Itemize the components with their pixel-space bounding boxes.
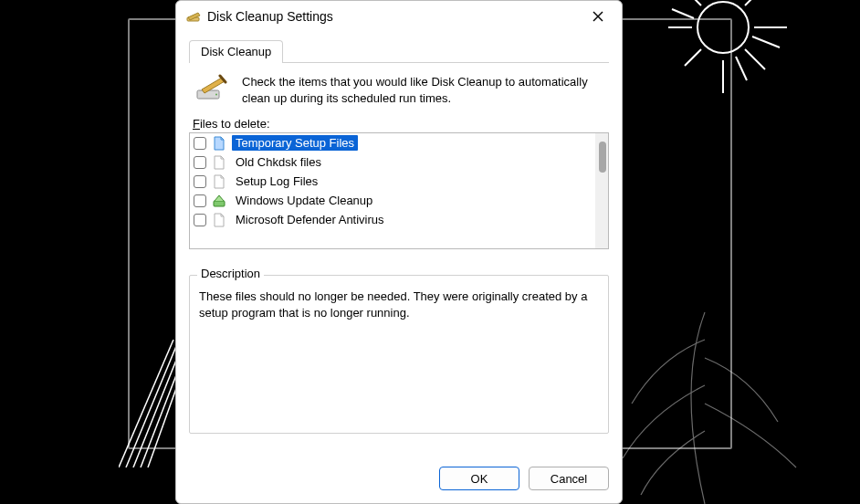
item-label: Old Chkdsk files xyxy=(232,154,325,170)
description-group: Description These files should no longer… xyxy=(189,275,609,434)
file-icon xyxy=(212,136,226,151)
svg-point-0 xyxy=(697,2,749,53)
titlebar[interactable]: Disk Cleanup Settings xyxy=(176,1,622,32)
tabstrip: Disk Cleanup xyxy=(189,39,609,63)
dialog-body: Disk Cleanup Check the items that you wo… xyxy=(176,32,622,456)
window-title: Disk Cleanup Settings xyxy=(207,9,582,24)
item-checkbox[interactable] xyxy=(194,194,206,207)
disk-cleanup-app-icon xyxy=(185,8,202,25)
broom-drive-icon xyxy=(194,74,231,101)
svg-rect-23 xyxy=(214,201,225,206)
description-legend: Description xyxy=(197,267,264,280)
item-checkbox[interactable] xyxy=(194,214,206,226)
svg-line-11 xyxy=(672,9,694,18)
description-text: These files should no longer be needed. … xyxy=(199,289,599,320)
files-listbox[interactable]: Temporary Setup FilesOld Chkdsk filesSet… xyxy=(189,132,609,249)
sun-doodle xyxy=(641,0,805,137)
svg-line-6 xyxy=(745,49,765,69)
file-icon xyxy=(212,155,226,170)
item-label: Setup Log Files xyxy=(232,173,321,189)
close-button[interactable] xyxy=(582,4,614,29)
svg-line-13 xyxy=(119,340,173,467)
cancel-button[interactable]: Cancel xyxy=(529,467,609,490)
item-label: Windows Update Cleanup xyxy=(232,193,376,208)
item-checkbox[interactable] xyxy=(194,137,206,150)
list-item[interactable]: Setup Log Files xyxy=(190,172,595,191)
ok-button[interactable]: OK xyxy=(439,467,519,490)
file-icon xyxy=(212,213,226,227)
item-checkbox[interactable] xyxy=(194,156,206,169)
file-icon xyxy=(212,174,226,189)
scrollbar[interactable] xyxy=(595,133,608,248)
scrollbar-thumb[interactable] xyxy=(599,142,606,173)
files-to-delete-label: Files to delete: xyxy=(189,115,609,132)
tab-disk-cleanup[interactable]: Disk Cleanup xyxy=(189,40,283,63)
disk-cleanup-dialog: Disk Cleanup Settings Disk Cleanup Check… xyxy=(175,0,623,504)
svg-point-22 xyxy=(215,94,217,96)
list-item[interactable]: Microsoft Defender Antivirus xyxy=(190,210,595,229)
svg-line-10 xyxy=(736,57,747,80)
button-bar: OK Cancel xyxy=(176,456,622,503)
item-checkbox[interactable] xyxy=(194,175,206,188)
svg-line-5 xyxy=(685,0,701,5)
list-item[interactable]: Windows Update Cleanup xyxy=(190,191,595,210)
svg-line-12 xyxy=(752,37,780,47)
svg-line-7 xyxy=(685,49,701,66)
item-label: Microsoft Defender Antivirus xyxy=(232,212,388,227)
svg-line-14 xyxy=(126,340,179,467)
list-item[interactable]: Temporary Setup Files xyxy=(190,133,595,152)
close-icon xyxy=(593,11,603,22)
item-label: Temporary Setup Files xyxy=(232,135,358,151)
svg-line-8 xyxy=(745,0,765,5)
file-icon xyxy=(212,194,226,208)
list-item[interactable]: Old Chkdsk files xyxy=(190,152,595,172)
intro-row: Check the items that you would like Disk… xyxy=(189,63,609,115)
intro-text: Check the items that you would like Disk… xyxy=(242,74,603,106)
